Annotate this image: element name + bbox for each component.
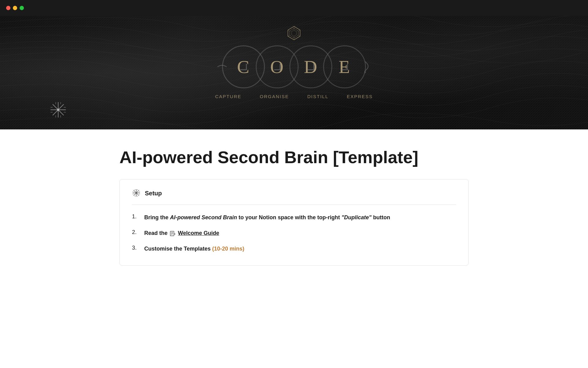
time-estimate: (10-20 mins) [212,246,244,252]
circle-e: E [323,45,366,88]
nav-distill[interactable]: DISTILL [307,94,328,99]
list-text-2: Read the Welcome Guide [144,229,219,237]
spark-icon [49,101,67,120]
svg-marker-2 [292,30,296,36]
list-text-3: Customise the Templates (10-20 mins) [144,245,244,253]
svg-point-35 [136,192,137,194]
nav-organise[interactable]: ORGANISE [260,94,289,99]
nav-capture[interactable]: CAPTURE [215,94,242,99]
setup-list: 1. Bring the AI-powered Second Brain to … [132,213,456,253]
list-item-2: 2. Read the Welcome [132,229,456,237]
setup-header: Setup [132,189,456,205]
list-item-3: 3. Customise the Templates (10-20 mins) [132,245,456,253]
svg-line-4 [298,30,300,31]
svg-marker-9 [364,71,366,73]
page-title: AI-powered Second Brain [Template] [119,148,469,167]
nav-express[interactable]: EXPRESS [347,94,373,99]
list-number-3: 3. [132,245,139,251]
svg-line-7 [288,35,290,36]
window-chrome [0,0,588,16]
hero-nav: CAPTURE ORGANISE DISTILL EXPRESS [215,94,373,99]
svg-point-22 [57,109,59,111]
logo [286,25,302,42]
page-icon-inline [169,230,176,236]
setup-title: Setup [145,190,162,197]
svg-line-8 [288,30,290,31]
setup-icon [132,189,141,198]
setup-card: Setup 1. Bring the AI-powered Second Bra… [119,179,469,266]
hero-banner: C O D E CAPTURE ORGANISE DISTILL EXPRESS [0,16,588,129]
welcome-guide-link[interactable]: Welcome Guide [178,230,219,236]
minimize-button[interactable] [13,6,17,10]
list-number-1: 1. [132,213,139,220]
code-circles: C O D E [222,45,366,88]
svg-line-5 [298,35,300,36]
maximize-button[interactable] [20,6,24,10]
traffic-lights [6,6,24,10]
close-button[interactable] [6,6,10,10]
main-content: AI-powered Second Brain [Template] [80,129,508,290]
list-item-1: 1. Bring the AI-powered Second Brain to … [132,213,456,222]
list-text-1: Bring the AI-powered Second Brain to you… [144,213,390,222]
list-number-2: 2. [132,229,139,236]
